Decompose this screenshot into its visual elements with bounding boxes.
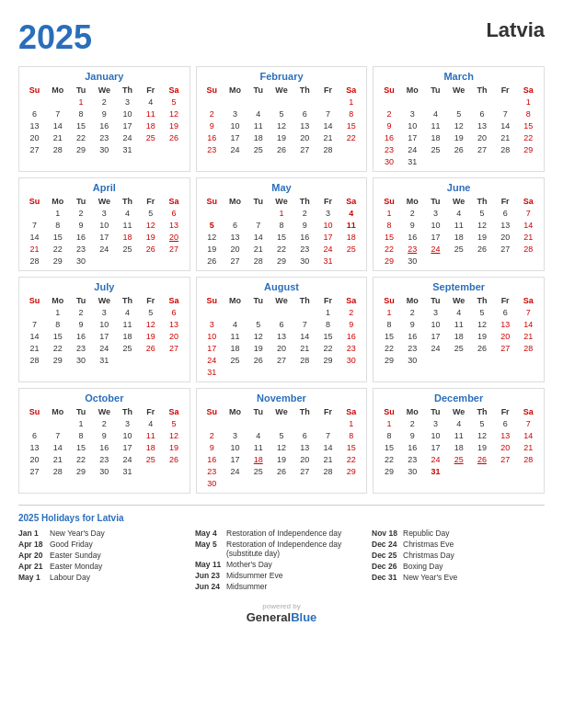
day-cell	[377, 96, 400, 108]
holiday-name: Restoration of Independence day (substit…	[226, 540, 368, 558]
day-header-th: Th	[116, 85, 139, 96]
day-cell	[270, 477, 293, 489]
day-header-th: Th	[293, 85, 316, 96]
day-cell: 15	[69, 441, 92, 453]
day-cell: 31	[401, 155, 424, 167]
month-name: November	[201, 392, 363, 404]
day-cell: 29	[46, 354, 69, 366]
day-cell: 31	[116, 143, 139, 155]
day-header-we: We	[447, 196, 470, 207]
day-cell: 16	[93, 119, 116, 131]
day-cell: 4	[139, 417, 162, 429]
holidays-columns: Jan 1New Year's DayApr 18Good FridayApr …	[18, 529, 545, 593]
day-cell: 28	[517, 342, 540, 354]
day-cell: 21	[23, 243, 46, 255]
day-header-we: We	[447, 85, 470, 96]
day-cell	[494, 255, 517, 267]
day-cell: 30	[69, 255, 92, 267]
holiday-date: Dec 31	[372, 573, 399, 582]
day-cell: 19	[139, 231, 162, 243]
day-cell	[517, 255, 540, 267]
day-cell: 21	[517, 441, 540, 453]
day-header-mo: Mo	[401, 196, 424, 207]
day-cell: 7	[494, 108, 517, 119]
day-cell	[447, 465, 470, 477]
day-cell: 24	[93, 342, 116, 354]
day-cell: 1	[377, 417, 400, 429]
day-cell: 21	[517, 231, 540, 243]
day-cell: 15	[377, 441, 400, 453]
day-cell	[424, 354, 447, 366]
day-cell: 20	[23, 453, 46, 465]
day-cell: 4	[424, 108, 447, 119]
day-cell: 18	[447, 231, 470, 243]
holiday-name: Restoration of Independence day	[226, 529, 341, 538]
day-cell	[23, 96, 46, 108]
day-cell: 2	[401, 306, 424, 318]
day-cell: 23	[93, 453, 116, 465]
day-header-fr: Fr	[139, 295, 162, 306]
day-cell: 26	[270, 143, 293, 155]
day-cell: 30	[293, 255, 316, 267]
day-cell: 30	[401, 354, 424, 366]
month-block-october: OctoberSuMoTuWeThFrSa1234567891011121314…	[18, 388, 190, 494]
month-name: May	[201, 182, 363, 193]
day-cell: 9	[201, 119, 224, 131]
day-cell: 22	[377, 453, 400, 465]
day-cell	[224, 96, 247, 108]
day-cell: 29	[377, 255, 400, 267]
day-cell: 27	[293, 465, 316, 477]
day-cell	[401, 96, 424, 108]
day-cell: 13	[162, 318, 185, 330]
day-cell	[339, 477, 362, 489]
day-header-mo: Mo	[46, 295, 69, 306]
day-cell	[339, 143, 362, 155]
day-cell: 14	[517, 219, 540, 231]
holidays-section: 2025 Holidays for Latvia Jan 1New Year's…	[18, 505, 545, 593]
day-cell: 9	[293, 219, 316, 231]
day-cell: 18	[339, 231, 362, 243]
day-cell	[494, 465, 517, 477]
day-cell	[339, 366, 362, 378]
day-cell: 22	[339, 453, 362, 465]
day-cell: 17	[401, 131, 424, 143]
day-cell: 10	[93, 219, 116, 231]
day-header-we: We	[93, 406, 116, 417]
day-cell: 15	[377, 231, 400, 243]
day-header-su: Su	[23, 196, 46, 207]
day-cell: 28	[494, 143, 517, 155]
day-cell	[116, 255, 139, 267]
day-cell: 26	[201, 255, 224, 267]
day-cell: 17	[116, 441, 139, 453]
day-cell: 12	[162, 429, 185, 441]
day-header-mo: Mo	[401, 295, 424, 306]
day-cell: 14	[46, 441, 69, 453]
day-cell	[224, 366, 247, 378]
day-cell: 21	[46, 131, 69, 143]
day-header-mo: Mo	[46, 196, 69, 207]
day-cell: 20	[23, 131, 46, 143]
holiday-item: Jun 23Midsummer Eve	[195, 571, 368, 580]
holiday-item: Dec 25Christmas Day	[372, 551, 545, 560]
day-cell: 18	[447, 330, 470, 342]
day-cell: 27	[162, 243, 185, 255]
day-header-th: Th	[293, 295, 316, 306]
day-cell: 4	[247, 108, 270, 119]
day-cell: 13	[494, 429, 517, 441]
day-cell: 3	[93, 207, 116, 219]
day-cell: 7	[23, 318, 46, 330]
day-cell: 27	[23, 143, 46, 155]
day-cell: 24	[116, 453, 139, 465]
day-cell: 27	[224, 255, 247, 267]
day-cell: 7	[46, 108, 69, 119]
day-cell: 25	[247, 143, 270, 155]
day-cell: 15	[46, 330, 69, 342]
day-cell: 1	[270, 207, 293, 219]
day-cell: 24	[401, 143, 424, 155]
day-cell: 14	[23, 330, 46, 342]
day-cell	[247, 366, 270, 378]
day-header-su: Su	[377, 295, 400, 306]
day-cell: 12	[470, 429, 493, 441]
day-cell: 21	[494, 131, 517, 143]
day-cell	[270, 96, 293, 108]
